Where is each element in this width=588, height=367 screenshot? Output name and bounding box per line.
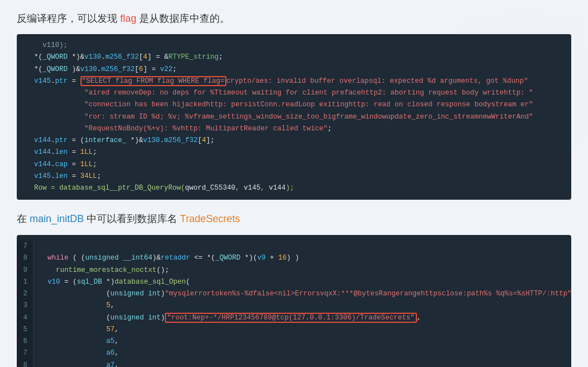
code-line: v110);: [26, 40, 562, 51]
code-line: 8 a7,: [17, 360, 571, 367]
code-line: v145.len = 34LL;: [26, 171, 562, 182]
code-line: v144.cap = 1LL;: [26, 159, 562, 171]
code-line-row: Row = database_sql__ptr_DB_QueryRow(qwor…: [26, 182, 562, 194]
page-container: 反编译程序，可以发现 flag 是从数据库中查的。 v110); *(_QWOR…: [0, 0, 588, 367]
section2-dbname: TradeSecrets: [180, 213, 240, 224]
code-line: v144.ptr = (interface_ *)&v130.m256_f32[…: [26, 135, 562, 147]
section2-func: main_initDB: [30, 213, 84, 224]
code-line: "RequestNoBody(%+v): %vhttp: MultipartRe…: [26, 123, 562, 135]
code-line: 6 a5,: [17, 336, 571, 347]
section1-flag-highlight: flag: [120, 13, 136, 24]
code-line: 5 57,: [17, 324, 571, 336]
code-line: *(_QWORD )&v130.m256_f32[6] = v22;: [26, 64, 562, 76]
code-line: "connection has been hijackedhttp: persi…: [26, 99, 562, 111]
code-line-credentials: 4 (unsigned int)"root:Nep+-*/HRP12345678…: [17, 312, 571, 324]
code-line-select: v145.ptr = "SELECT flag FROM flag WHERE …: [26, 76, 562, 87]
code-block-2: 7 8 while ( (unsigned __int64)&retaddr <…: [17, 235, 571, 367]
section1-header-pre: 反编译程序，可以发现: [17, 13, 120, 24]
code-line-while: 8 while ( (unsigned __int64)&retaddr <= …: [17, 252, 571, 264]
code-line: "aired removeDep: no deps for %Ttimeout …: [26, 87, 562, 99]
code-line: v144.len = 1LL;: [26, 147, 562, 158]
section2-header: 在 main_initDB 中可以看到数据库名 TradeSecrets: [17, 211, 571, 227]
code-line: 1 v10 = (sql_DB *)database_sql_Open(: [17, 276, 571, 288]
code-line: *(_QWORD *)&v130.m256_f32[4] = &RTYPE_st…: [26, 51, 562, 63]
code-line: 7: [17, 241, 571, 252]
section2-pre: 在: [17, 213, 30, 224]
code-block-1: v110); *(_QWORD *)&v130.m256_f32[4] = &R…: [17, 34, 571, 200]
section1-header: 反编译程序，可以发现 flag 是从数据库中查的。: [17, 11, 571, 26]
code-line: 2 (unsigned int)"mysqlerrortoken%s-%dfal…: [17, 288, 571, 300]
code-line: "ror: stream ID %d; %v; %vframe_settings…: [26, 111, 562, 123]
code-line: 3 5,: [17, 300, 571, 312]
code-line: 9 runtime_morestack_noctxt();: [17, 265, 571, 276]
code-line: 7 a6,: [17, 347, 571, 359]
section2-mid: 中可以看到数据库名: [84, 213, 180, 224]
section1-header-post: 是从数据库中查的。: [136, 13, 230, 24]
